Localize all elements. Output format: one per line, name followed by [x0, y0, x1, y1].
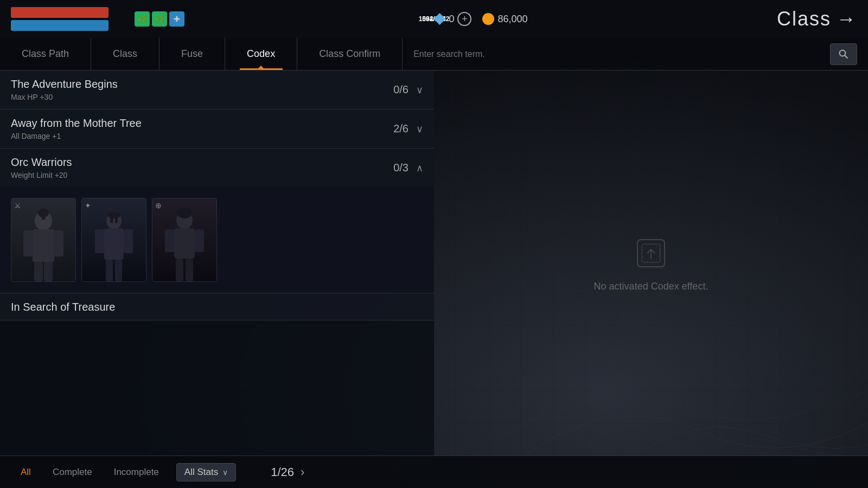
- svg-rect-8: [44, 262, 53, 281]
- tab-codex[interactable]: Codex: [225, 38, 297, 70]
- svg-rect-14: [124, 229, 133, 253]
- codex-item-orc-count: 0/3: [393, 162, 409, 174]
- character-cards: ⚔: [11, 198, 423, 282]
- codex-item-orc: Orc Warriors Weight Limit +20 0/3 ∧ ⚔: [0, 149, 434, 293]
- codex-item-mothertree-subtitle: All Damage +1: [11, 132, 393, 140]
- codex-item-mothertree-header[interactable]: Away from the Mother Tree All Damage +1 …: [0, 110, 434, 148]
- codex-list: The Adventure Begins Max HP +30 0/6 ∨ Aw…: [0, 70, 434, 455]
- codex-item-orc-toggle: ∧: [416, 162, 423, 174]
- svg-point-26: [177, 208, 192, 219]
- svg-rect-22: [165, 229, 174, 252]
- page-info: 1/26: [271, 465, 294, 479]
- filter-incomplete-button[interactable]: Incomplete: [110, 465, 163, 480]
- codex-item-mothertree-info: Away from the Mother Tree All Damage +1: [11, 117, 393, 140]
- hp-mp-container: 1082/1082 594/594: [11, 7, 130, 31]
- svg-rect-21: [174, 228, 195, 259]
- svg-rect-10: [42, 209, 45, 220]
- char-portrait-1: ⚔: [11, 198, 75, 281]
- codex-item-mothertree: Away from the Mother Tree All Damage +1 …: [0, 110, 434, 149]
- mp-value: 594/594: [11, 20, 108, 31]
- right-panel: No activated Codex effect.: [434, 70, 868, 455]
- codex-item-orc-subtitle: Weight Limit +20: [11, 171, 393, 179]
- svg-rect-23: [195, 229, 204, 252]
- bottom-bar: All Complete Incomplete All Stats ∨ 1/26…: [0, 455, 868, 488]
- search-area: [403, 38, 868, 70]
- codex-item-mothertree-toggle: ∨: [416, 123, 423, 135]
- svg-rect-15: [106, 260, 113, 281]
- codex-item-mothertree-title: Away from the Mother Tree: [11, 117, 393, 130]
- svg-rect-6: [54, 230, 63, 256]
- codex-item-adventure-subtitle: Max HP +30: [11, 93, 393, 101]
- codex-item-adventure-title: The Adventure Begins: [11, 78, 393, 91]
- codex-item-adventure-toggle: ∨: [416, 84, 423, 96]
- tab-class-confirm[interactable]: Class Confirm: [297, 38, 403, 70]
- codex-item-adventure-header[interactable]: The Adventure Begins Max HP +30 0/6 ∨: [0, 70, 434, 109]
- codex-item-orc-expanded: ⚔: [0, 187, 434, 293]
- tab-fuse[interactable]: Fuse: [159, 38, 225, 70]
- char-card-3[interactable]: ⊕: [152, 198, 217, 282]
- codex-item-mothertree-count: 2/6: [393, 123, 409, 135]
- svg-rect-5: [23, 230, 33, 256]
- nav-tabs: Class Path Class Fuse Codex Class Confir…: [0, 38, 868, 70]
- svg-point-17: [107, 212, 120, 219]
- codex-empty-icon: [632, 234, 670, 272]
- codex-item-adventure: The Adventure Begins Max HP +30 0/6 ∨: [0, 70, 434, 110]
- filter-all-button[interactable]: All: [16, 465, 35, 480]
- next-page-button[interactable]: ›: [301, 465, 304, 479]
- svg-rect-18: [110, 213, 113, 223]
- svg-rect-13: [95, 229, 104, 253]
- svg-rect-19: [115, 213, 118, 223]
- char-card-1[interactable]: ⚔: [11, 198, 76, 282]
- svg-rect-4: [33, 229, 54, 262]
- chevron-down-icon: ∨: [222, 468, 228, 477]
- svg-rect-16: [115, 260, 122, 281]
- top-bar: 1082/1082 594/594 🌿 🌿 ✚ 0 + 86,000 Class…: [0, 0, 868, 38]
- search-button[interactable]: [830, 43, 857, 65]
- search-input[interactable]: [413, 49, 830, 59]
- svg-rect-24: [176, 259, 183, 281]
- char-card-2[interactable]: ✦: [81, 198, 146, 282]
- char-portrait-2: ✦: [82, 198, 146, 281]
- codex-item-adventure-count: 0/6: [393, 84, 409, 96]
- svg-rect-12: [104, 228, 124, 260]
- pagination: 1/26 ›: [271, 465, 304, 479]
- codex-item-treasure-partial: In Search of Treasure: [0, 293, 434, 320]
- filter-complete-button[interactable]: Complete: [48, 465, 97, 480]
- codex-item-orc-info: Orc Warriors Weight Limit +20: [11, 156, 393, 179]
- stats-dropdown[interactable]: All Stats ∨: [176, 463, 236, 481]
- codex-item-treasure-title: In Search of Treasure: [11, 301, 115, 313]
- stats-dropdown-label: All Stats: [184, 467, 218, 478]
- main-content: The Adventure Begins Max HP +30 0/6 ∨ Aw…: [0, 70, 868, 455]
- svg-rect-7: [34, 262, 43, 281]
- left-panel: The Adventure Begins Max HP +30 0/6 ∨ Aw…: [0, 70, 434, 455]
- char-portrait-3: ⊕: [152, 198, 216, 281]
- tab-class[interactable]: Class: [91, 38, 159, 70]
- codex-item-adventure-info: The Adventure Begins Max HP +30: [11, 78, 393, 101]
- codex-item-orc-header[interactable]: Orc Warriors Weight Limit +20 0/3 ∧: [0, 149, 434, 187]
- codex-item-orc-title: Orc Warriors: [11, 156, 393, 169]
- mp-bar: 594/594: [11, 20, 108, 31]
- codex-empty-text: No activated Codex effect.: [594, 281, 709, 292]
- tab-class-path[interactable]: Class Path: [0, 38, 91, 70]
- svg-rect-25: [186, 259, 193, 281]
